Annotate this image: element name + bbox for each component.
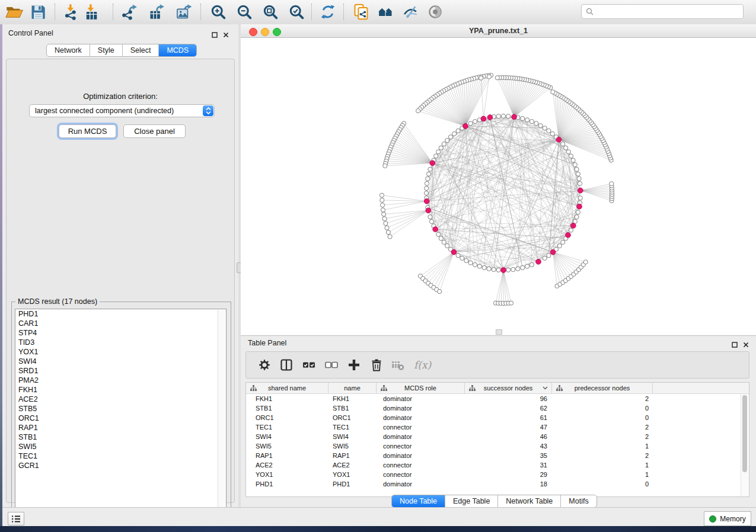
tab-network[interactable]: Network	[47, 44, 90, 56]
table-row[interactable]: SWI4SWI4dominator462	[246, 432, 749, 441]
mcds-result-item[interactable]: ORC1	[15, 414, 226, 423]
mcds-result-item[interactable]: ACE2	[15, 395, 226, 404]
table-scrollbar-thumb[interactable]	[742, 395, 747, 472]
close-panel-button[interactable]: Close panel	[123, 124, 186, 138]
delete-column-trash-icon[interactable]	[369, 358, 384, 373]
close-panel-icon[interactable]	[223, 30, 229, 40]
mcds-result-item[interactable]: GCR1	[15, 461, 226, 470]
tab-network-table[interactable]: Network Table	[498, 495, 561, 507]
table-row[interactable]: RAP1RAP1dominator352	[246, 451, 749, 460]
task-history-list-button[interactable]	[8, 512, 24, 525]
network-canvas[interactable]	[241, 38, 756, 335]
mcds-result-item[interactable]: STB5	[15, 404, 226, 414]
column-header-predecessor-nodes[interactable]: predecessor nodes	[552, 383, 653, 393]
tab-style[interactable]: Style	[90, 44, 123, 56]
open-file-button[interactable]	[5, 3, 24, 22]
clone-network-button[interactable]	[352, 3, 371, 22]
table-settings-gear-icon[interactable]	[257, 358, 272, 373]
tab-mcds[interactable]: MCDS	[159, 44, 196, 56]
table-row[interactable]: ORC1ORC1dominator610	[246, 413, 749, 422]
memory-button[interactable]: Memory	[704, 511, 751, 526]
first-neighbors-button[interactable]	[376, 3, 395, 22]
show-column-panel-icon[interactable]	[279, 358, 294, 373]
zoom-in-button[interactable]	[209, 3, 228, 22]
cell-predecessor-nodes: 0	[552, 479, 653, 489]
zoom-selected-button[interactable]	[287, 3, 306, 22]
table-row[interactable]: TEC1TEC1connector472	[246, 422, 749, 432]
select-all-columns-icon[interactable]	[301, 358, 317, 373]
table-row[interactable]: YOX1YOX1connector291	[246, 470, 749, 479]
mcds-result-item[interactable]: TID3	[15, 338, 226, 347]
mcds-result-item[interactable]: STB1	[15, 432, 226, 442]
panel-resize-grip[interactable]	[496, 329, 502, 335]
table-row[interactable]: ACE2ACE2connector311	[246, 460, 749, 470]
table-row[interactable]: STB1STB1dominator620	[246, 403, 749, 413]
mcds-result-item[interactable]: SWI4	[15, 357, 226, 366]
mcds-result-item[interactable]: SRD1	[15, 366, 226, 376]
show-all-button[interactable]	[426, 3, 445, 22]
cell-predecessor-nodes: 0	[552, 413, 653, 422]
zoom-fit-button[interactable]	[261, 3, 280, 22]
cell-name: ACE2	[328, 460, 377, 470]
mcds-result-item[interactable]: SWI5	[15, 442, 226, 451]
toolbar-separator	[55, 4, 55, 20]
tab-node-table[interactable]: Node Table	[392, 495, 445, 507]
mcds-result-item[interactable]: TEC1	[15, 451, 226, 461]
mcds-result-item[interactable]: FKH1	[15, 385, 226, 395]
mcds-result-item[interactable]: YOX1	[15, 347, 226, 357]
export-image-button[interactable]	[174, 3, 193, 22]
mcds-result-item[interactable]: STP4	[15, 328, 226, 338]
mcds-result-list[interactable]: PHD1CAR1STP4TID3YOX1SWI4SRD1PMA2FKH1ACE2…	[15, 309, 227, 518]
cell-successor-nodes: 35	[465, 451, 552, 460]
function-builder-icon-disabled: f(x)	[413, 358, 434, 373]
mcds-result-item[interactable]: PMA2	[15, 376, 226, 385]
run-mcds-button[interactable]: Run MCDS	[59, 124, 116, 138]
import-network-button[interactable]	[62, 3, 81, 22]
export-table-button[interactable]	[147, 3, 166, 22]
deselect-all-columns-icon[interactable]	[324, 358, 339, 373]
node-table[interactable]: shared namenameMCDS rolesuccessor nodesp…	[245, 382, 749, 497]
cell-name: YOX1	[328, 470, 377, 479]
app-window: Control Panel NetworkStyleSelectMCDS Opt…	[0, 0, 756, 526]
desktop-wallpaper-strip	[0, 24, 2, 526]
column-header-shared-name[interactable]: shared name	[246, 383, 328, 393]
cell-predecessor-nodes: 0	[552, 403, 653, 413]
export-network-button[interactable]	[120, 3, 139, 22]
dropdown-stepper-icon	[203, 105, 213, 116]
criterion-dropdown[interactable]: largest connected component (undirected)	[29, 104, 215, 117]
cell-shared-name: RAP1	[246, 451, 328, 460]
save-session-button[interactable]	[28, 3, 47, 22]
hide-selected-button[interactable]	[401, 3, 420, 22]
tab-motifs[interactable]: Motifs	[561, 495, 596, 507]
zoom-out-button[interactable]	[235, 3, 254, 22]
float-panel-icon[interactable]	[212, 30, 218, 40]
mcds-result-item[interactable]: RAP1	[15, 423, 226, 432]
close-panel-icon[interactable]	[743, 339, 749, 350]
apply-layout-button[interactable]	[318, 3, 337, 22]
tab-select[interactable]: Select	[123, 44, 160, 56]
table-row[interactable]: FKH1FKH1dominator962	[246, 394, 749, 403]
network-view-titlebar[interactable]: YPA_prune.txt_1	[241, 24, 756, 38]
table-row[interactable]: SWI5SWI5connector431	[246, 441, 749, 451]
import-table-button[interactable]	[82, 3, 101, 22]
mcds-result-item[interactable]: PHD1	[15, 309, 226, 319]
cell-MCDS-role: connector	[377, 460, 465, 470]
toolbar-separator	[200, 4, 201, 20]
tab-edge-table[interactable]: Edge Table	[445, 495, 498, 507]
cell-MCDS-role: dominator	[377, 479, 465, 489]
mcds-result-item[interactable]: CAR1	[15, 319, 226, 328]
cell-successor-nodes: 62	[465, 403, 552, 413]
table-row[interactable]: PHD1PHD1dominator180	[246, 479, 749, 489]
mcds-list-scrollbar[interactable]	[218, 310, 225, 518]
column-header-name[interactable]: name	[328, 383, 377, 393]
search-input[interactable]	[596, 7, 743, 17]
search-box[interactable]	[581, 4, 744, 19]
column-header-MCDS-role[interactable]: MCDS role	[377, 383, 465, 393]
list-icon	[11, 515, 21, 523]
add-column-icon[interactable]	[346, 358, 362, 373]
delete-table-icon-disabled	[390, 358, 406, 373]
float-panel-icon[interactable]	[732, 339, 738, 350]
cell-shared-name: SWI5	[246, 441, 328, 451]
table-scrollbar[interactable]	[741, 394, 748, 496]
column-header-successor-nodes[interactable]: successor nodes	[465, 383, 552, 393]
